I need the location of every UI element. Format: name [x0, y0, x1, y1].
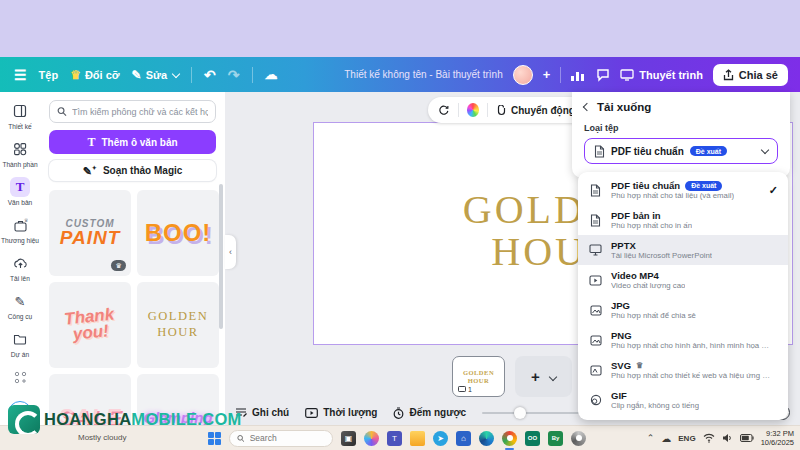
telegram-icon[interactable]: ➤: [433, 431, 448, 446]
onedrive-icon[interactable]: ☁: [661, 433, 671, 444]
check-icon: ✓: [769, 184, 778, 197]
magic-pen-icon: ✎✦: [83, 164, 97, 178]
sidebar-item-tools[interactable]: ✎ Công cụ: [1, 288, 39, 323]
menu-edit[interactable]: ✎Sửa: [132, 69, 179, 81]
weather-status[interactable]: Mostly cloudy: [78, 433, 126, 442]
wifi-icon[interactable]: [703, 433, 715, 443]
option-png[interactable]: PNGPhù hợp nhất cho hình ảnh, hình minh …: [578, 325, 788, 355]
edge-icon[interactable]: [479, 431, 494, 446]
store-icon[interactable]: ⌂: [456, 431, 471, 446]
notes-button[interactable]: Ghi chú: [235, 407, 289, 418]
menu-file[interactable]: Tệp: [39, 69, 59, 81]
divider: [458, 103, 459, 117]
app-header: ☰ Tệp ♛Đổi cỡ ✎Sửa ↶ ↷ ☁ Thiết kế không …: [0, 57, 800, 92]
insights-icon[interactable]: [571, 69, 586, 81]
share-button[interactable]: Chia sẻ: [713, 64, 788, 86]
option-pdf-print[interactable]: PDF bản inPhù hợp nhất cho in ấn: [578, 205, 788, 235]
taskbar-search[interactable]: [229, 430, 333, 447]
add-page-button[interactable]: +: [515, 356, 572, 397]
duration-icon: [305, 408, 318, 418]
duration-button[interactable]: Thời lượng: [305, 407, 377, 418]
timer-icon: [393, 407, 404, 419]
option-video-mp4[interactable]: Video MP4Video chất lượng cao: [578, 265, 788, 295]
text-t-icon: T: [87, 135, 95, 150]
apps-grid-icon: [10, 367, 30, 387]
search-icon: [237, 434, 245, 443]
option-svg[interactable]: SVG♛Phù hợp nhất cho thiết kế web và hiệ…: [578, 355, 788, 385]
sidebar-item-design[interactable]: Thiết kế: [1, 98, 39, 133]
invite-member-button[interactable]: +: [543, 67, 551, 82]
option-pptx[interactable]: PPTXTài liệu Microsoft PowerPoint: [578, 235, 788, 265]
divider: [191, 67, 192, 83]
present-button[interactable]: Thuyết trình: [620, 69, 703, 81]
undo-button[interactable]: ↶: [204, 67, 216, 83]
back-chevron-icon[interactable]: [583, 103, 591, 111]
comments-icon[interactable]: [596, 68, 610, 82]
copilot-icon[interactable]: [364, 431, 379, 446]
chrome-icon[interactable]: [502, 431, 517, 446]
battery-icon[interactable]: [740, 434, 754, 442]
option-pdf-standard[interactable]: PDF tiêu chuẩnĐề xuấtPhù hợp nhất cho tà…: [578, 175, 788, 205]
motion-icon: [496, 105, 507, 116]
option-jpg[interactable]: JPGPhù hợp nhất để chia sẻ: [578, 295, 788, 325]
avatar[interactable]: [513, 65, 533, 85]
teams-icon[interactable]: T: [387, 431, 402, 446]
taskbar-search-input[interactable]: [250, 433, 325, 443]
pptx-icon: [588, 244, 603, 256]
add-text-box-button[interactable]: T Thêm ô văn bản: [49, 130, 216, 154]
sidebar-item-elements[interactable]: Thành phần: [1, 136, 39, 171]
tools-pen-icon: ✎: [10, 291, 30, 311]
chevron-down-icon: [761, 145, 769, 153]
language-indicator[interactable]: ENG: [678, 434, 695, 443]
task-view-icon[interactable]: ▣: [341, 431, 356, 446]
green-app-icon[interactable]: By: [548, 431, 563, 446]
image-icon: [588, 335, 603, 346]
system-tray: ⌃ ☁ ENG 9:32 PM10/6/2025: [647, 429, 794, 448]
chrome-profile-icon[interactable]: [571, 431, 586, 446]
hamburger-menu-icon[interactable]: ☰: [14, 67, 27, 83]
file-explorer-icon[interactable]: [410, 431, 425, 446]
camtasia-icon[interactable]: OO: [525, 431, 540, 446]
template-boo[interactable]: BOO!: [137, 190, 219, 276]
magic-write-button[interactable]: ✎✦ Soạn thảo Magic: [49, 160, 216, 181]
sidebar-item-uploads[interactable]: Tải lên: [1, 250, 39, 285]
page-thumbnail-1[interactable]: GOLDENHOUR 1: [452, 356, 505, 397]
redo-button[interactable]: ↷: [228, 67, 240, 83]
document-title[interactable]: Thiết kế không tên - Bài thuyết trình: [344, 69, 502, 80]
sidebar-item-projects[interactable]: Dự án: [1, 326, 39, 361]
font-search[interactable]: [49, 100, 216, 123]
chevron-down-icon: [549, 372, 557, 380]
zoom-slider-knob[interactable]: [514, 407, 526, 419]
upload-cloud-icon: [10, 253, 30, 273]
tray-expand-icon[interactable]: ⌃: [647, 433, 655, 443]
speaker-icon[interactable]: [722, 433, 733, 443]
countdown-button[interactable]: Đếm ngược: [393, 407, 466, 419]
taskbar-clock[interactable]: 9:32 PM10/6/2025: [761, 429, 794, 448]
pencil-icon: ✎: [132, 69, 142, 81]
text-icon: T: [10, 177, 30, 197]
option-gif[interactable]: GIFClip ngắn, không có tiếng: [578, 385, 788, 415]
sidebar-item-brand[interactable]: ♛ Thương hiệu: [1, 212, 39, 247]
menu-resize[interactable]: ♛Đổi cỡ: [70, 69, 119, 81]
refresh-style-icon[interactable]: [438, 104, 450, 117]
template-custom-paint[interactable]: CUSTOM PAINT ♛: [49, 190, 131, 276]
plus-icon: +: [531, 368, 540, 385]
sidebar-item-text[interactable]: T Văn bản: [1, 174, 39, 209]
file-type-select[interactable]: PDF tiêu chuẩn Đề xuất: [584, 138, 778, 164]
divider: [252, 67, 253, 83]
pro-crown-icon: ♛: [111, 260, 126, 271]
elements-icon: [10, 139, 30, 159]
panel-collapse-button[interactable]: ‹: [225, 235, 236, 269]
color-wheel-icon[interactable]: [467, 103, 480, 117]
divider: [487, 103, 488, 117]
motion-button[interactable]: Chuyển động: [496, 105, 575, 116]
template-golden-hour[interactable]: GOLDENHOUR: [137, 282, 219, 368]
pdf-file-icon: [594, 145, 605, 158]
search-input[interactable]: [72, 107, 208, 117]
zoom-slider[interactable]: [482, 412, 593, 414]
panel-scrollbar[interactable]: [219, 184, 223, 329]
template-thank-you[interactable]: Thankyou!: [49, 282, 131, 368]
file-type-label: Loại tệp: [584, 123, 778, 133]
video-icon: [588, 275, 603, 286]
sidebar-item-apps[interactable]: [1, 364, 39, 390]
